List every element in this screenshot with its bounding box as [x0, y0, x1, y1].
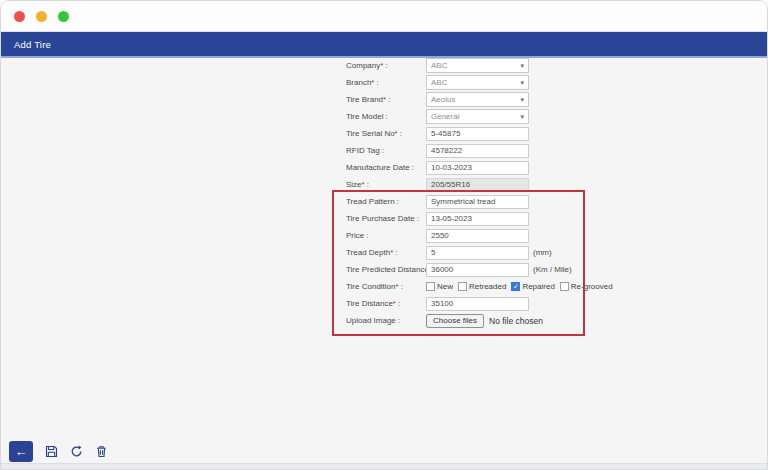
choose-files-button[interactable]: Choose files — [426, 314, 484, 328]
field-label: Upload Image: — [346, 316, 426, 325]
checkbox-label: Re-grooved — [571, 282, 613, 291]
add-tire-form: Company*: ABC▾ Branch*: ABC▾ Tire Brand*… — [346, 58, 613, 330]
form-row-tread-depth: Tread Depth*: (mm) — [346, 245, 613, 260]
tire-model-select[interactable]: General▾ — [426, 109, 529, 124]
field-label: RFID Tag: — [346, 146, 426, 155]
minimize-button[interactable] — [36, 11, 47, 22]
form-row-manufacture-date: Manufacture Date: — [346, 160, 613, 175]
checkbox-label: Retreaded — [469, 282, 506, 291]
field-label: Manufacture Date: — [346, 163, 426, 172]
size-input[interactable] — [426, 178, 529, 192]
form-row-size: Size*: — [346, 177, 613, 192]
checkbox-icon[interactable]: ✓ — [426, 282, 435, 291]
window-titlebar — [1, 1, 767, 32]
unit-label: (Km / Mile) — [533, 265, 572, 274]
refresh-button[interactable] — [70, 445, 83, 458]
checkbox-regrooved[interactable]: ✓ Re-grooved — [560, 282, 613, 291]
tread-pattern-input[interactable] — [426, 195, 529, 209]
select-value: Aeolus — [431, 95, 455, 104]
chevron-down-icon: ▾ — [520, 113, 524, 120]
tread-depth-input[interactable] — [426, 246, 529, 260]
form-row-rfid: RFID Tag: — [346, 143, 613, 158]
delete-button[interactable] — [95, 445, 108, 458]
save-icon — [45, 445, 58, 458]
tire-condition-checkbox-group: ✓ New ✓ Retreaded ✓ Repaired ✓ Re-groove… — [426, 282, 613, 291]
check-icon: ✓ — [513, 283, 519, 290]
file-status-text: No file chosen — [489, 316, 543, 326]
tire-brand-select[interactable]: Aeolus▾ — [426, 92, 529, 107]
back-arrow-icon: ← — [15, 444, 28, 459]
form-row-tire-brand: Tire Brand*: Aeolus▾ — [346, 92, 613, 107]
rfid-tag-input[interactable] — [426, 144, 529, 158]
form-row-upload-image: Upload Image: Choose files No file chose… — [346, 313, 613, 328]
trash-icon — [95, 445, 108, 458]
checkbox-icon[interactable]: ✓ — [560, 282, 569, 291]
form-row-predicted-distance: Tire Predicted Distance*: (Km / Mile) — [346, 262, 613, 277]
select-value: ABC — [431, 78, 447, 87]
tire-distance-input[interactable] — [426, 297, 529, 311]
checkbox-repaired[interactable]: ✓ Repaired — [511, 282, 554, 291]
checkbox-label: New — [437, 282, 453, 291]
form-row-purchase-date: Tire Purchase Date: — [346, 211, 613, 226]
form-row-price: Price: — [346, 228, 613, 243]
price-input[interactable] — [426, 229, 529, 243]
field-label: Tire Brand*: — [346, 95, 426, 104]
form-row-tire-condition: Tire Condition*: ✓ New ✓ Retreaded ✓ Rep… — [346, 279, 613, 294]
back-button[interactable]: ← — [9, 441, 33, 462]
page-header: Add Tire — [1, 32, 767, 58]
field-label: Tread Depth*: — [346, 248, 426, 257]
bottom-toolbar: ← — [9, 441, 108, 462]
company-select[interactable]: ABC▾ — [426, 58, 529, 73]
close-button[interactable] — [14, 11, 25, 22]
select-value: General — [431, 112, 459, 121]
field-label: Tire Predicted Distance*: — [346, 265, 426, 274]
page-title: Add Tire — [14, 39, 51, 50]
upload-image-control: Choose files No file chosen — [426, 314, 543, 328]
field-label: Company*: — [346, 61, 426, 70]
form-row-company: Company*: ABC▾ — [346, 58, 613, 73]
field-label: Tread Pattern: — [346, 197, 426, 206]
form-row-branch: Branch*: ABC▾ — [346, 75, 613, 90]
field-label: Branch*: — [346, 78, 426, 87]
checkbox-retreaded[interactable]: ✓ Retreaded — [458, 282, 506, 291]
branch-select[interactable]: ABC▾ — [426, 75, 529, 90]
form-row-tire-serial: Tire Serial No*: — [346, 126, 613, 141]
field-label: Tire Distance*: — [346, 299, 426, 308]
unit-label: (mm) — [533, 248, 552, 257]
tire-predicted-distance-input[interactable] — [426, 263, 529, 277]
field-label: Tire Serial No*: — [346, 129, 426, 138]
checkbox-icon[interactable]: ✓ — [511, 282, 520, 291]
tire-purchase-date-input[interactable] — [426, 212, 529, 226]
manufacture-date-input[interactable] — [426, 161, 529, 175]
select-value: ABC — [431, 61, 447, 70]
field-label: Tire Condition*: — [346, 282, 426, 291]
tire-serial-input[interactable] — [426, 127, 529, 141]
maximize-button[interactable] — [58, 11, 69, 22]
save-button[interactable] — [45, 445, 58, 458]
window-bottom-edge — [1, 463, 767, 469]
app-window: Add Tire Company*: ABC▾ Branch*: ABC▾ Ti… — [0, 0, 768, 470]
chevron-down-icon: ▾ — [520, 62, 524, 69]
field-label: Size*: — [346, 180, 426, 189]
checkbox-icon[interactable]: ✓ — [458, 282, 467, 291]
checkbox-label: Repaired — [522, 282, 554, 291]
field-label: Tire Purchase Date: — [346, 214, 426, 223]
chevron-down-icon: ▾ — [520, 96, 524, 103]
field-label: Price: — [346, 231, 426, 240]
checkbox-new[interactable]: ✓ New — [426, 282, 453, 291]
form-row-tread-pattern: Tread Pattern: — [346, 194, 613, 209]
chevron-down-icon: ▾ — [520, 79, 524, 86]
form-row-tire-distance: Tire Distance*: — [346, 296, 613, 311]
refresh-icon — [70, 445, 83, 458]
field-label: Tire Model: — [346, 112, 426, 121]
form-row-tire-model: Tire Model: General▾ — [346, 109, 613, 124]
